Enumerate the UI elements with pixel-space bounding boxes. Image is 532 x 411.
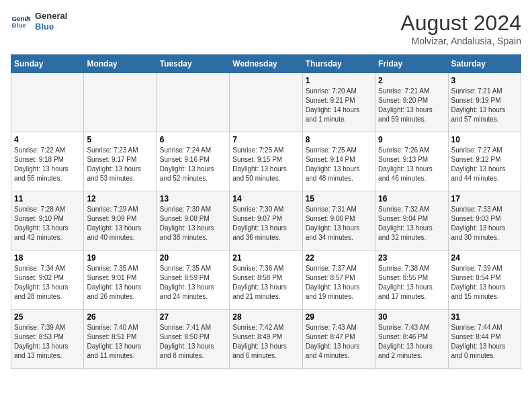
header-tuesday: Tuesday [157,55,229,73]
calendar-cell: 3Sunrise: 7:21 AM Sunset: 9:19 PM Daylig… [448,73,521,132]
calendar-cell: 5Sunrise: 7:23 AM Sunset: 9:17 PM Daylig… [84,132,157,191]
day-info: Sunrise: 7:30 AM Sunset: 9:08 PM Dayligh… [160,205,226,242]
calendar-cell: 28Sunrise: 7:42 AM Sunset: 8:49 PM Dayli… [230,310,302,369]
day-info: Sunrise: 7:35 AM Sunset: 8:59 PM Dayligh… [160,264,226,302]
calendar-cell: 1Sunrise: 7:20 AM Sunset: 9:21 PM Daylig… [302,73,375,132]
calendar-cell: 30Sunrise: 7:43 AM Sunset: 8:46 PM Dayli… [375,310,448,369]
day-number: 26 [87,312,153,322]
day-info: Sunrise: 7:20 AM Sunset: 9:21 PM Dayligh… [306,87,372,124]
day-info: Sunrise: 7:40 AM Sunset: 8:51 PM Dayligh… [87,323,153,361]
calendar-cell [157,73,229,132]
day-info: Sunrise: 7:30 AM Sunset: 9:07 PM Dayligh… [232,205,299,242]
calendar-cell: 25Sunrise: 7:39 AM Sunset: 8:53 PM Dayli… [11,310,84,369]
week-row-1: 1Sunrise: 7:20 AM Sunset: 9:21 PM Daylig… [11,73,521,132]
day-info: Sunrise: 7:34 AM Sunset: 9:02 PM Dayligh… [14,264,81,302]
header-monday: Monday [84,55,157,73]
calendar-cell: 4Sunrise: 7:22 AM Sunset: 9:18 PM Daylig… [11,132,84,191]
week-row-4: 18Sunrise: 7:34 AM Sunset: 9:02 PM Dayli… [11,250,521,310]
calendar-cell: 19Sunrise: 7:35 AM Sunset: 9:01 PM Dayli… [84,250,157,310]
day-number: 14 [232,194,299,203]
calendar-cell: 18Sunrise: 7:34 AM Sunset: 9:02 PM Dayli… [11,250,84,310]
week-row-2: 4Sunrise: 7:22 AM Sunset: 9:18 PM Daylig… [11,132,521,191]
calendar-cell: 2Sunrise: 7:21 AM Sunset: 9:20 PM Daylig… [375,73,448,132]
day-info: Sunrise: 7:33 AM Sunset: 9:03 PM Dayligh… [451,205,518,242]
day-info: Sunrise: 7:24 AM Sunset: 9:16 PM Dayligh… [160,146,226,183]
day-info: Sunrise: 7:29 AM Sunset: 9:09 PM Dayligh… [87,205,153,242]
day-number: 23 [378,253,445,263]
calendar-header: SundayMondayTuesdayWednesdayThursdayFrid… [11,55,521,73]
day-number: 1 [306,76,372,85]
day-number: 16 [378,194,445,203]
day-number: 8 [306,135,372,144]
day-info: Sunrise: 7:23 AM Sunset: 9:17 PM Dayligh… [87,146,153,183]
page-header: General Blue General Blue August 2024 Mo… [11,11,521,46]
main-title: August 2024 [400,11,521,36]
day-info: Sunrise: 7:37 AM Sunset: 8:57 PM Dayligh… [306,264,372,302]
day-info: Sunrise: 7:25 AM Sunset: 9:14 PM Dayligh… [306,146,372,183]
calendar-cell: 13Sunrise: 7:30 AM Sunset: 9:08 PM Dayli… [157,191,229,250]
header-row: SundayMondayTuesdayWednesdayThursdayFrid… [11,55,521,73]
day-info: Sunrise: 7:25 AM Sunset: 9:15 PM Dayligh… [232,146,299,183]
calendar-cell: 26Sunrise: 7:40 AM Sunset: 8:51 PM Dayli… [84,310,157,369]
day-number: 4 [14,135,81,144]
calendar-cell: 15Sunrise: 7:31 AM Sunset: 9:06 PM Dayli… [302,191,375,250]
day-number: 7 [232,135,299,144]
day-number: 5 [87,135,153,144]
day-info: Sunrise: 7:32 AM Sunset: 9:04 PM Dayligh… [378,205,445,242]
week-row-5: 25Sunrise: 7:39 AM Sunset: 8:53 PM Dayli… [11,310,521,369]
subtitle: Molvizar, Andalusia, Spain [400,36,521,46]
day-number: 21 [232,253,299,263]
calendar-cell: 10Sunrise: 7:27 AM Sunset: 9:12 PM Dayli… [448,132,521,191]
day-info: Sunrise: 7:39 AM Sunset: 8:53 PM Dayligh… [14,323,81,361]
calendar-cell: 23Sunrise: 7:38 AM Sunset: 8:55 PM Dayli… [375,250,448,310]
day-number: 10 [451,135,518,144]
day-number: 12 [87,194,153,203]
calendar-cell: 7Sunrise: 7:25 AM Sunset: 9:15 PM Daylig… [230,132,302,191]
day-info: Sunrise: 7:38 AM Sunset: 8:55 PM Dayligh… [378,264,445,302]
calendar-cell: 14Sunrise: 7:30 AM Sunset: 9:07 PM Dayli… [230,191,302,250]
day-number: 15 [306,194,372,203]
header-thursday: Thursday [302,55,375,73]
day-info: Sunrise: 7:21 AM Sunset: 9:19 PM Dayligh… [451,87,518,124]
day-info: Sunrise: 7:26 AM Sunset: 9:13 PM Dayligh… [378,146,445,183]
day-number: 24 [451,253,518,263]
day-info: Sunrise: 7:27 AM Sunset: 9:12 PM Dayligh… [451,146,518,183]
day-number: 20 [160,253,226,263]
day-number: 31 [451,312,518,322]
day-info: Sunrise: 7:28 AM Sunset: 9:10 PM Dayligh… [14,205,81,242]
day-info: Sunrise: 7:42 AM Sunset: 8:49 PM Dayligh… [232,323,299,361]
day-info: Sunrise: 7:22 AM Sunset: 9:18 PM Dayligh… [14,146,81,183]
day-info: Sunrise: 7:31 AM Sunset: 9:06 PM Dayligh… [306,205,372,242]
calendar-cell: 6Sunrise: 7:24 AM Sunset: 9:16 PM Daylig… [157,132,229,191]
calendar-cell [230,73,302,132]
header-wednesday: Wednesday [230,55,302,73]
day-number: 2 [378,76,445,85]
day-info: Sunrise: 7:35 AM Sunset: 9:01 PM Dayligh… [87,264,153,302]
calendar-cell [11,73,84,132]
calendar-cell [84,73,157,132]
header-sunday: Sunday [11,55,84,73]
svg-text:Blue: Blue [12,21,27,29]
calendar-cell: 9Sunrise: 7:26 AM Sunset: 9:13 PM Daylig… [375,132,448,191]
week-row-3: 11Sunrise: 7:28 AM Sunset: 9:10 PM Dayli… [11,191,521,250]
calendar-cell: 20Sunrise: 7:35 AM Sunset: 8:59 PM Dayli… [157,250,229,310]
calendar-cell: 17Sunrise: 7:33 AM Sunset: 9:03 PM Dayli… [448,191,521,250]
logo-text-general: General [35,11,67,21]
day-number: 30 [378,312,445,322]
calendar-cell: 21Sunrise: 7:36 AM Sunset: 8:58 PM Dayli… [230,250,302,310]
calendar-cell: 24Sunrise: 7:39 AM Sunset: 8:54 PM Dayli… [448,250,521,310]
day-number: 28 [232,312,299,322]
calendar-cell: 29Sunrise: 7:43 AM Sunset: 8:47 PM Dayli… [302,310,375,369]
header-saturday: Saturday [448,55,521,73]
day-number: 17 [451,194,518,203]
calendar-body: 1Sunrise: 7:20 AM Sunset: 9:21 PM Daylig… [11,73,521,369]
day-number: 13 [160,194,226,203]
calendar-cell: 8Sunrise: 7:25 AM Sunset: 9:14 PM Daylig… [302,132,375,191]
day-number: 29 [306,312,372,322]
calendar-cell: 22Sunrise: 7:37 AM Sunset: 8:57 PM Dayli… [302,250,375,310]
day-info: Sunrise: 7:41 AM Sunset: 8:50 PM Dayligh… [160,323,226,361]
logo-text-blue: Blue [35,21,67,32]
day-info: Sunrise: 7:44 AM Sunset: 8:44 PM Dayligh… [451,323,518,361]
day-number: 9 [378,135,445,144]
calendar-cell: 11Sunrise: 7:28 AM Sunset: 9:10 PM Dayli… [11,191,84,250]
